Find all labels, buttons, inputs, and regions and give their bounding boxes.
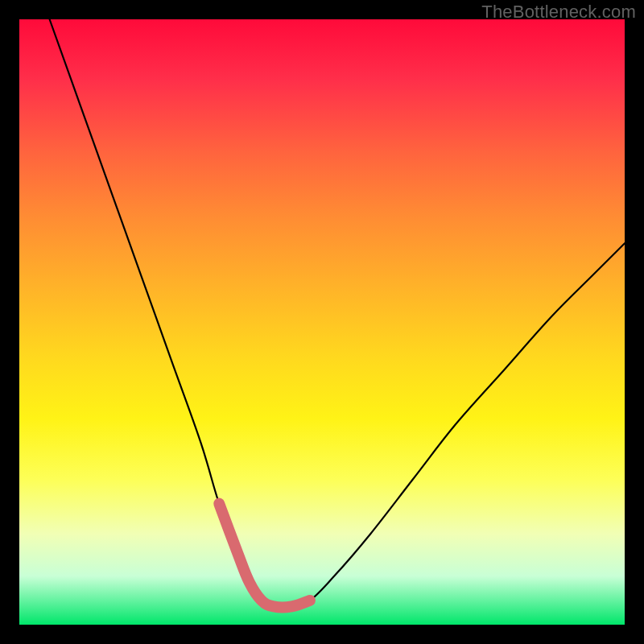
watermark-text: TheBottleneck.com <box>481 2 636 23</box>
curve-path <box>50 19 625 607</box>
bottleneck-plot <box>19 19 625 625</box>
highlight-path <box>219 504 310 608</box>
chart-area <box>19 19 625 625</box>
